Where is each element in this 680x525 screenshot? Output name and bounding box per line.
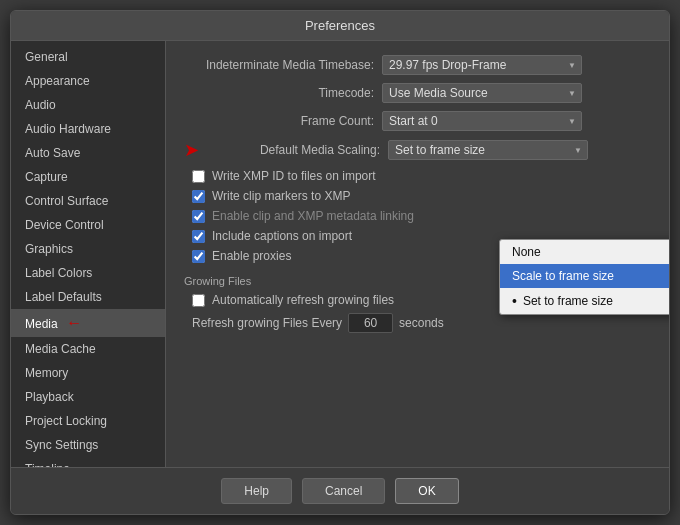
indeterminate-select[interactable]: 29.97 fps Drop-Frame: [382, 55, 582, 75]
refresh-interval-row: Refresh growing Files Every seconds: [184, 313, 651, 333]
auto-refresh-checkbox[interactable]: [192, 294, 205, 307]
dropdown-item-none[interactable]: None: [500, 240, 669, 264]
help-button[interactable]: Help: [221, 478, 292, 504]
sidebar-item-general[interactable]: General: [11, 45, 165, 69]
preferences-dialog: Preferences GeneralAppearanceAudioAudio …: [10, 10, 670, 515]
dropdown-set-label: Set to frame size: [523, 294, 613, 308]
xmp-id-label: Write XMP ID to files on import: [212, 169, 376, 183]
refresh-unit-label: seconds: [399, 316, 444, 330]
dropdown-item-scale[interactable]: Scale to frame size: [500, 264, 669, 288]
frame-count-row: Frame Count: Start at 0: [184, 111, 651, 131]
dialog-body: GeneralAppearanceAudioAudio HardwareAuto…: [11, 41, 669, 467]
indeterminate-label: Indeterminate Media Timebase:: [184, 58, 374, 72]
dropdown-none-label: None: [512, 245, 541, 259]
xmp-id-checkbox[interactable]: [192, 170, 205, 183]
sidebar-item-device-control[interactable]: Device Control: [11, 213, 165, 237]
checkbox-clip-markers: Write clip markers to XMP: [184, 189, 651, 203]
captions-checkbox[interactable]: [192, 230, 205, 243]
default-scaling-label: Default Media Scaling:: [205, 143, 380, 157]
metadata-linking-label: Enable clip and XMP metadata linking: [212, 209, 414, 223]
clip-markers-checkbox[interactable]: [192, 190, 205, 203]
sidebar-item-sync-settings[interactable]: Sync Settings: [11, 433, 165, 457]
metadata-linking-checkbox[interactable]: [192, 210, 205, 223]
default-scaling-select-wrapper: Set to frame size: [388, 140, 588, 160]
sidebar-item-capture[interactable]: Capture: [11, 165, 165, 189]
sidebar: GeneralAppearanceAudioAudio HardwareAuto…: [11, 41, 166, 467]
timecode-label: Timecode:: [184, 86, 374, 100]
checkbox-metadata-linking: Enable clip and XMP metadata linking: [184, 209, 651, 223]
sidebar-item-audio-hardware[interactable]: Audio Hardware: [11, 117, 165, 141]
timecode-select-wrapper: Use Media Source: [382, 83, 582, 103]
red-arrow-icon: ➤: [184, 139, 199, 161]
sidebar-item-media-cache[interactable]: Media Cache: [11, 337, 165, 361]
sidebar-item-project-locking[interactable]: Project Locking: [11, 409, 165, 433]
sidebar-active-arrow: ←: [62, 314, 82, 331]
dialog-footer: Help Cancel OK: [11, 467, 669, 514]
sidebar-item-playback[interactable]: Playback: [11, 385, 165, 409]
sidebar-item-media[interactable]: Media ←: [11, 309, 165, 337]
indeterminate-row: Indeterminate Media Timebase: 29.97 fps …: [184, 55, 651, 75]
sidebar-item-audio[interactable]: Audio: [11, 93, 165, 117]
auto-refresh-label: Automatically refresh growing files: [212, 293, 394, 307]
sidebar-item-graphics[interactable]: Graphics: [11, 237, 165, 261]
refresh-interval-label: Refresh growing Files Every: [192, 316, 342, 330]
main-content: Indeterminate Media Timebase: 29.97 fps …: [166, 41, 669, 467]
default-scaling-row: ➤ Default Media Scaling: Set to frame si…: [184, 139, 651, 161]
refresh-interval-input[interactable]: [348, 313, 393, 333]
proxies-checkbox[interactable]: [192, 250, 205, 263]
sidebar-item-memory[interactable]: Memory: [11, 361, 165, 385]
sidebar-item-appearance[interactable]: Appearance: [11, 69, 165, 93]
timecode-row: Timecode: Use Media Source: [184, 83, 651, 103]
frame-count-select[interactable]: Start at 0: [382, 111, 582, 131]
indeterminate-select-wrapper: 29.97 fps Drop-Frame: [382, 55, 582, 75]
sidebar-item-control-surface[interactable]: Control Surface: [11, 189, 165, 213]
timecode-select[interactable]: Use Media Source: [382, 83, 582, 103]
frame-count-label: Frame Count:: [184, 114, 374, 128]
proxies-label: Enable proxies: [212, 249, 291, 263]
dialog-title: Preferences: [11, 11, 669, 41]
clip-markers-label: Write clip markers to XMP: [212, 189, 350, 203]
sidebar-item-label-defaults[interactable]: Label Defaults: [11, 285, 165, 309]
default-scaling-select[interactable]: Set to frame size: [388, 140, 588, 160]
dropdown-scale-label: Scale to frame size: [512, 269, 614, 283]
frame-count-select-wrapper: Start at 0: [382, 111, 582, 131]
dropdown-item-set[interactable]: Set to frame size: [500, 288, 669, 314]
sidebar-item-auto-save[interactable]: Auto Save: [11, 141, 165, 165]
sidebar-item-label-colors[interactable]: Label Colors: [11, 261, 165, 285]
captions-label: Include captions on import: [212, 229, 352, 243]
checkbox-xmp-id: Write XMP ID to files on import: [184, 169, 651, 183]
cancel-button[interactable]: Cancel: [302, 478, 385, 504]
sidebar-item-timeline[interactable]: Timeline: [11, 457, 165, 467]
scaling-dropdown: None Scale to frame size Set to frame si…: [499, 239, 669, 315]
ok-button[interactable]: OK: [395, 478, 458, 504]
